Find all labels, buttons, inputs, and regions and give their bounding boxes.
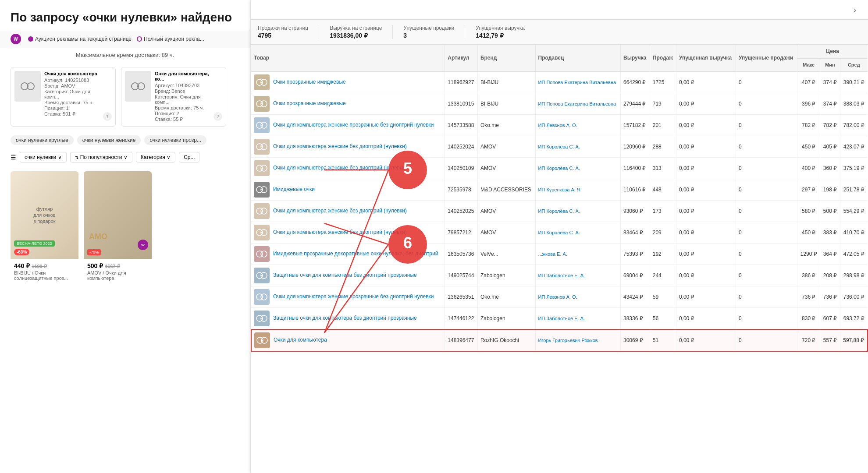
table-row[interactable]: Очки прозрачные имиджевые 118962927BI-BI… xyxy=(251,71,868,93)
sales-cell-7: 173 xyxy=(650,201,676,222)
ad-position-1: Позиция: 1 xyxy=(44,106,100,111)
price-avg-cell-9: 472,05 ₽ xyxy=(840,244,868,265)
ad-bet-2: Ставка: 55 ₽ xyxy=(155,116,210,122)
stat-lost-revenue-value: 1412,79 ₽ xyxy=(476,32,525,39)
revenue-cell-2: 279444 ₽ xyxy=(621,93,650,115)
ad-card-1[interactable]: Очки для компьютера Артикул: 140251083 Б… xyxy=(11,67,116,127)
lost-revenue-cell-9: 0,00 ₽ xyxy=(676,244,736,265)
revenue-cell-9: 75393 ₽ xyxy=(621,244,650,265)
revenue-cell-6: 110616 ₽ xyxy=(621,179,650,201)
table-row[interactable]: Защитные очки для компьютера без диоптри… xyxy=(251,265,868,286)
table-row[interactable]: Очки для компьютера женские без диоптрий… xyxy=(251,158,868,179)
price-max-cell-3: 782 ₽ xyxy=(797,115,820,136)
product-cell-7: Очки для компьютера женские без диоптрий… xyxy=(251,201,445,222)
article-cell-8: 79857212 xyxy=(445,222,478,244)
product-img-2: -70% W AMO xyxy=(84,171,152,259)
article-cell-2: 133810915 xyxy=(445,93,478,115)
th-price-min: Мин xyxy=(820,58,840,71)
ad-card-title-2: Очки для компьютера, ко... xyxy=(155,71,210,81)
th-brand: Бренд xyxy=(477,45,535,71)
filter-query[interactable]: очки нулевки ∨ xyxy=(20,152,67,162)
filter-sort[interactable]: ⇅ По популярности ∨ xyxy=(70,152,132,162)
table-row[interactable]: Очки для компьютера женские без диоптрий… xyxy=(251,222,868,244)
th-price-group: Цена xyxy=(797,45,868,58)
product-cell-3: Очки для компьютера женские прозрачные б… xyxy=(251,115,445,136)
price-max-cell-12: 830 ₽ xyxy=(797,308,820,330)
close-button[interactable]: › xyxy=(849,4,861,16)
ad-card-title-1: Очки для компьютера xyxy=(44,71,100,76)
filter-category[interactable]: Категория ∨ xyxy=(136,152,175,162)
lost-sales-cell-4: 0 xyxy=(736,136,797,158)
tag-3[interactable]: очки нулевки прозр... xyxy=(144,135,206,145)
sales-cell-9: 192 xyxy=(650,244,676,265)
table-row[interactable]: Имиджевые очки 72535978M&D ACCESSORIESИП… xyxy=(251,179,868,201)
seller-cell-8: ИП Королёва С. А. xyxy=(535,222,620,244)
sales-cell-1: 1725 xyxy=(650,71,676,93)
seller-cell-7: ИП Королёва С. А. xyxy=(535,201,620,222)
products-table: Товар Артикул Бренд Продавец Выручка Про… xyxy=(251,45,868,352)
auction-current[interactable]: Аукцион рекламы на текущей странице xyxy=(28,36,132,42)
brand-cell-13: RozhIG Okoochi xyxy=(477,329,535,351)
article-cell-4: 140252024 xyxy=(445,136,478,158)
table-row[interactable]: Очки для компьютера женские прозрачные б… xyxy=(251,115,868,136)
tag-1[interactable]: очки нулевки круглые xyxy=(11,135,74,145)
article-cell-11: 136265351 xyxy=(445,286,478,308)
ad-pos-num-2: 2 xyxy=(213,112,222,121)
sales-cell-8: 209 xyxy=(650,222,676,244)
revenue-cell-3: 157182 ₽ xyxy=(621,115,650,136)
lost-revenue-cell-12: 0,00 ₽ xyxy=(676,308,736,330)
product-cell-8: Очки для компьютера женские без диоптрий… xyxy=(251,222,445,244)
table-row[interactable]: Очки для компьютера женские прозрачные б… xyxy=(251,286,868,308)
price-min-cell-7: 500 ₽ xyxy=(820,201,840,222)
wb-logo: W xyxy=(11,34,21,44)
lost-sales-cell-2: 0 xyxy=(736,93,797,115)
th-sales: Продаж xyxy=(650,45,676,71)
table-row[interactable]: Очки для компьютера 148396477RozhIG Okoo… xyxy=(251,329,868,351)
th-lost-revenue: Упущенная выручка xyxy=(676,45,736,71)
tag-row: очки нулевки круглые очки нулевки женски… xyxy=(0,132,250,148)
brand-cell-8: AMOV xyxy=(477,222,535,244)
seller-cell-10: ИП Заболотное Е. А. xyxy=(535,265,620,286)
stat-revenue-page-value: 1931836,00 ₽ xyxy=(330,32,382,39)
brand-cell-11: Oko.me xyxy=(477,286,535,308)
table-row[interactable]: Очки для компьютера женские без диоптрий… xyxy=(251,136,868,158)
revenue-cell-7: 93060 ₽ xyxy=(621,201,650,222)
article-cell-5: 140250109 xyxy=(445,158,478,179)
seller-cell-9: ...жкова Е. А. xyxy=(535,244,620,265)
tag-2[interactable]: очки нулевки женские xyxy=(77,135,141,145)
seller-cell-12: ИП Заболотное Е. А. xyxy=(535,308,620,330)
product-img-1: футлярдля очковв подарок ВЕСНА-ЛЕТО 2023… xyxy=(11,171,78,259)
stat-revenue-page-label: Выручка на странице xyxy=(330,25,382,31)
product-cell-10: Защитные очки для компьютера без диоптри… xyxy=(251,265,445,286)
radio-dot-active xyxy=(28,36,33,42)
filter-more[interactable]: Ср... xyxy=(179,152,199,162)
article-cell-3: 145733588 xyxy=(445,115,478,136)
product-card-2[interactable]: -70% W AMO 500 ₽ 1667 ₽ AMOV / Очки для … xyxy=(84,171,152,282)
brand-cell-1: BI-BIJU xyxy=(477,71,535,93)
product-cell-11: Очки для компьютера женские прозрачные б… xyxy=(251,286,445,308)
ad-brand-2: Бренд: Bence xyxy=(155,88,210,94)
ad-card-2[interactable]: Очки для компьютера, ко... Артикул: 1043… xyxy=(121,67,226,127)
product-info-1: 440 ₽ 1100 ₽ BI-BIJU / Очки солнцезащитн… xyxy=(11,259,78,282)
table-row[interactable]: Очки для компьютера женские без диоптрий… xyxy=(251,201,868,222)
price-avg-cell-13: 597,88 ₽ xyxy=(840,329,868,351)
price-min-cell-3: 782 ₽ xyxy=(820,115,840,136)
delivery-info: Максимальное время доставки: 89 ч. xyxy=(0,48,250,62)
table-row[interactable]: Защитные очки для компьютера без диоптри… xyxy=(251,308,868,330)
price-avg-cell-10: 298,98 ₽ xyxy=(840,265,868,286)
table-row[interactable]: Имиджевые прозрачные декоративные очки н… xyxy=(251,244,868,265)
auction-full[interactable]: Полный аукцион рекла... xyxy=(137,36,204,42)
revenue-cell-10: 69004 ₽ xyxy=(621,265,650,286)
seller-cell-13: Игорь Григорьевич Рожков xyxy=(535,329,620,351)
article-cell-13: 148396477 xyxy=(445,329,478,351)
left-panel: По запросу «очки нулевки» найдено W Аукц… xyxy=(0,0,250,473)
lost-revenue-cell-3: 0,00 ₽ xyxy=(676,115,736,136)
table-row[interactable]: Очки прозрачные имиджевые 133810915BI-BI… xyxy=(251,93,868,115)
seller-cell-1: ИП Попова Екатерина Витальевна xyxy=(535,71,620,93)
right-panel: › Продажи на страниц 4795 Выручка на стр… xyxy=(251,0,868,473)
product-card-1[interactable]: футлярдля очковв подарок ВЕСНА-ЛЕТО 2023… xyxy=(11,171,78,282)
revenue-cell-1: 664290 ₽ xyxy=(621,71,650,93)
price-min-cell-4: 405 ₽ xyxy=(820,136,840,158)
table-container[interactable]: Товар Артикул Бренд Продавец Выручка Про… xyxy=(251,45,868,473)
lost-sales-cell-5: 0 xyxy=(736,158,797,179)
